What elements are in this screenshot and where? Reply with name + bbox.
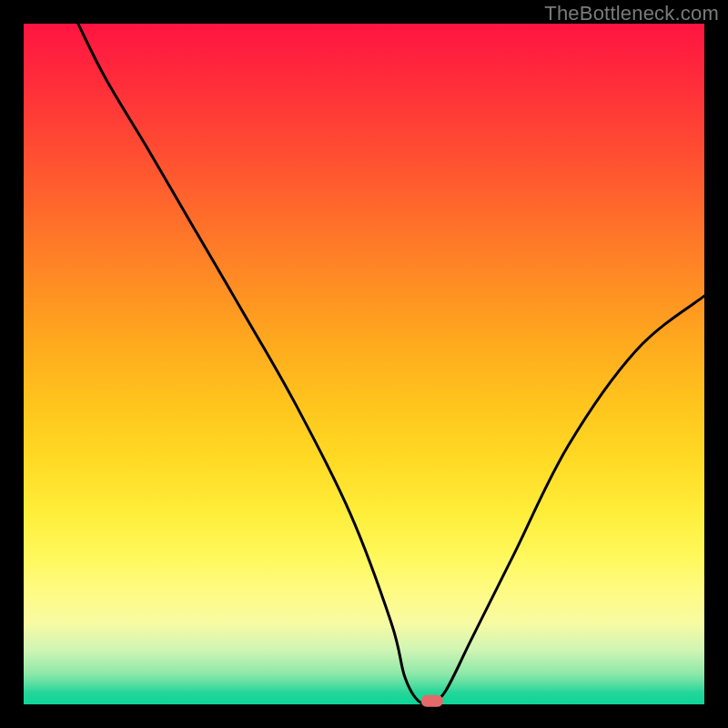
watermark-text: TheBottleneck.com: [544, 2, 719, 25]
chart-svg: [24, 24, 704, 704]
optimum-marker: [421, 695, 443, 707]
bottleneck-curve: [78, 24, 704, 703]
chart-plot-area: [24, 24, 704, 704]
chart-frame: TheBottleneck.com: [0, 0, 728, 728]
